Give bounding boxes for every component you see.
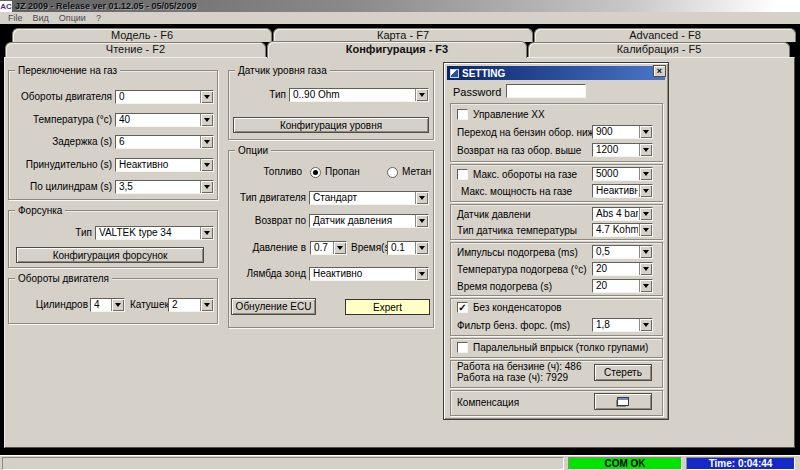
chevron-down-icon[interactable] bbox=[639, 280, 652, 292]
per-cylinder-select[interactable]: 3,5 bbox=[115, 180, 214, 194]
petrol-below-select[interactable]: 900 bbox=[592, 125, 653, 139]
gas-level-type-value: 0..90 Ohm bbox=[293, 89, 414, 101]
tab-map-f7[interactable]: Карта - F7 bbox=[273, 28, 533, 42]
ecu-reset-button[interactable]: Обнуление ECU bbox=[231, 298, 316, 315]
petrol-hours-text: Работа на бензине (ч): 486 bbox=[457, 362, 581, 372]
heating-pulses-value: 0,5 bbox=[596, 246, 638, 258]
chevron-down-icon[interactable] bbox=[639, 208, 652, 220]
temperature-label: Температура (°c) bbox=[8, 113, 112, 127]
erase-button[interactable]: Стереть bbox=[594, 364, 652, 381]
engine-type-value: Стандарт bbox=[313, 192, 414, 204]
heating-pulses-label: Импульсы подогрева (ms) bbox=[457, 246, 578, 260]
max-rpm-select[interactable]: 5000 bbox=[592, 167, 653, 181]
per-cylinder-value: 3,5 bbox=[119, 181, 199, 193]
menu-view[interactable]: Вид bbox=[33, 13, 49, 23]
injector-type-select[interactable]: VALTEK type 34 bbox=[95, 226, 214, 240]
return-by-label: Возврат по bbox=[234, 214, 306, 228]
propane-radio[interactable] bbox=[310, 167, 321, 178]
setting-dialog: SETTING × Password Управление ХХ Переход… bbox=[443, 62, 669, 420]
gas-above-select[interactable]: 1200 bbox=[592, 143, 653, 157]
setting-dialog-titlebar[interactable]: SETTING bbox=[447, 66, 665, 80]
temp-sensor-value: 4.7 Kohm bbox=[596, 224, 638, 236]
petrol-filter-select[interactable]: 1,8 bbox=[592, 318, 653, 332]
chevron-down-icon[interactable] bbox=[639, 144, 652, 156]
chevron-down-icon[interactable] bbox=[415, 192, 428, 204]
chevron-down-icon[interactable] bbox=[415, 89, 428, 101]
tab-configuration-f3[interactable]: Конфигурация - F3 bbox=[267, 41, 527, 58]
close-icon[interactable]: × bbox=[653, 65, 666, 77]
idle-control-label[interactable]: Управление ХХ bbox=[473, 108, 545, 122]
per-cylinder-label: По цилиндрам (s) bbox=[8, 180, 112, 194]
group-gas-level-title: Датчик уровня газа bbox=[235, 65, 330, 76]
idle-control-checkbox[interactable] bbox=[457, 109, 468, 120]
parallel-injection-checkbox[interactable] bbox=[457, 342, 468, 353]
chevron-down-icon[interactable] bbox=[200, 136, 213, 148]
chevron-down-icon[interactable] bbox=[200, 299, 213, 311]
max-rpm-checkbox[interactable] bbox=[457, 169, 468, 180]
gas-level-type-select[interactable]: 0..90 Ohm bbox=[289, 88, 429, 102]
no-capacitors-checkbox[interactable]: ✓ bbox=[457, 302, 468, 313]
chevron-down-icon[interactable] bbox=[639, 246, 652, 258]
temperature-select[interactable]: 40 bbox=[115, 113, 214, 127]
max-rpm-label[interactable]: Макс. обороты на газе bbox=[473, 168, 577, 182]
coils-label: Катушек bbox=[130, 298, 169, 312]
cylinders-select[interactable]: 4 bbox=[90, 298, 125, 312]
pressure-sensor-select[interactable]: Abs 4 bar bbox=[592, 207, 653, 221]
chevron-down-icon[interactable] bbox=[639, 224, 652, 236]
chevron-down-icon[interactable] bbox=[639, 319, 652, 331]
gas-above-value: 1200 bbox=[596, 144, 638, 156]
return-by-select[interactable]: Датчик давления bbox=[309, 214, 429, 228]
heating-pulses-select[interactable]: 0,5 bbox=[592, 245, 653, 259]
coils-select[interactable]: 2 bbox=[168, 298, 214, 312]
app-logo-icon: AC bbox=[0, 1, 12, 12]
rpm-label: Обороты двигателя bbox=[8, 90, 112, 104]
tab-advanced-f8[interactable]: Advanced - F8 bbox=[534, 28, 796, 42]
group-engine-rpm-title: Обороты двигателя bbox=[15, 273, 112, 284]
forced-select[interactable]: Неактивно bbox=[115, 158, 214, 172]
password-label: Password bbox=[453, 85, 501, 99]
methane-radio[interactable] bbox=[387, 167, 398, 178]
com-status-badge: COM OK bbox=[568, 457, 682, 470]
compensation-button[interactable] bbox=[594, 393, 652, 410]
menu-file[interactable]: File bbox=[8, 13, 23, 23]
propane-label[interactable]: Пропан bbox=[325, 165, 360, 179]
heating-temp-select[interactable]: 20 bbox=[592, 262, 653, 276]
expert-button[interactable]: Expert bbox=[345, 299, 430, 315]
time-select[interactable]: 0.1 bbox=[387, 241, 429, 255]
pressure-select[interactable]: 0.7 bbox=[310, 241, 347, 255]
chevron-down-icon[interactable] bbox=[111, 299, 124, 311]
no-capacitors-label[interactable]: Без конденсаторов bbox=[473, 301, 562, 315]
chevron-down-icon[interactable] bbox=[415, 215, 428, 227]
delay-select[interactable]: 6 bbox=[115, 135, 214, 149]
petrol-below-label: Переход на бензин обор. ниже bbox=[457, 126, 600, 140]
tab-calibration-f5[interactable]: Калибрация - F5 bbox=[528, 42, 790, 57]
chevron-down-icon[interactable] bbox=[415, 268, 428, 280]
injector-config-button[interactable]: Конфигурация форсунок bbox=[16, 247, 204, 263]
chevron-down-icon[interactable] bbox=[639, 185, 652, 197]
rpm-select[interactable]: 0 bbox=[115, 90, 214, 104]
chevron-down-icon[interactable] bbox=[415, 242, 428, 254]
tab-reading-f2[interactable]: Чтение - F2 bbox=[5, 42, 266, 57]
setting-dialog-title: SETTING bbox=[462, 68, 505, 79]
heating-time-select[interactable]: 20 bbox=[592, 279, 653, 293]
menu-options[interactable]: Опции bbox=[59, 13, 86, 23]
password-input[interactable] bbox=[506, 84, 586, 98]
chevron-down-icon[interactable] bbox=[200, 91, 213, 103]
chevron-down-icon[interactable] bbox=[639, 168, 652, 180]
parallel-injection-label[interactable]: Паралельный впрыск (толко групами) bbox=[473, 341, 648, 355]
methane-label[interactable]: Метан bbox=[402, 165, 431, 179]
menu-help[interactable]: ? bbox=[96, 13, 101, 23]
lambda-select[interactable]: Неактивно bbox=[309, 267, 429, 281]
chevron-down-icon[interactable] bbox=[200, 227, 213, 239]
gas-level-config-button[interactable]: Конфигурация уровня bbox=[233, 117, 429, 133]
chevron-down-icon[interactable] bbox=[200, 159, 213, 171]
chevron-down-icon[interactable] bbox=[200, 181, 213, 193]
chevron-down-icon[interactable] bbox=[639, 126, 652, 138]
chevron-down-icon[interactable] bbox=[639, 263, 652, 275]
max-power-select[interactable]: Неактивно bbox=[592, 184, 653, 198]
chevron-down-icon[interactable] bbox=[200, 114, 213, 126]
engine-type-select[interactable]: Стандарт bbox=[309, 191, 429, 205]
chevron-down-icon[interactable] bbox=[333, 242, 346, 254]
temp-sensor-select[interactable]: 4.7 Kohm bbox=[592, 223, 653, 237]
tab-model-f6[interactable]: Модель - F6 bbox=[12, 28, 272, 42]
